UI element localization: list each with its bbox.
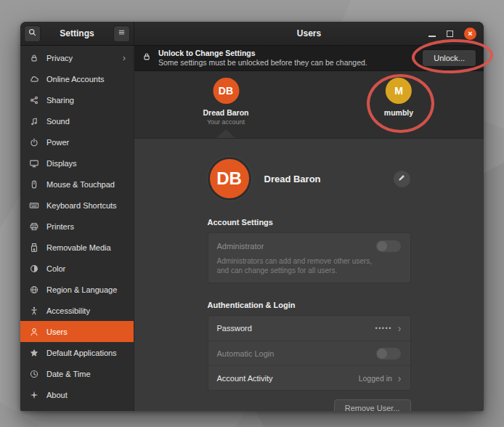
sidebar-item-color[interactable]: Color: [20, 258, 134, 279]
row-account-activity[interactable]: Account ActivityLogged in›: [208, 365, 410, 390]
row-label: Automatic Login: [217, 349, 275, 358]
row-password[interactable]: Password•••••›: [208, 316, 410, 341]
sidebar-item-label: About: [46, 391, 68, 399]
removable-media-icon: [28, 242, 39, 253]
sidebar-item-power[interactable]: Power: [20, 131, 134, 152]
sidebar-item-label: Keyboard Shortcuts: [46, 201, 117, 210]
music-note-icon: [28, 115, 39, 126]
star-icon: [28, 347, 39, 358]
sidebar-item-label: Sound: [46, 117, 70, 126]
account-settings-title: Account Settings: [208, 218, 411, 227]
settings-window: Settings Users ×: [20, 22, 484, 411]
administrator-toggle[interactable]: [375, 240, 402, 253]
sidebar-item-about[interactable]: About: [20, 384, 134, 405]
sidebar-item-label: Printers: [46, 222, 74, 231]
cloud-icon: [28, 73, 39, 84]
sidebar-item-label: Color: [46, 264, 65, 273]
selected-user-caret: [216, 129, 235, 138]
sidebar-item-keyboard-shortcuts[interactable]: Keyboard Shortcuts: [20, 195, 134, 216]
row-label: Account Activity: [217, 374, 273, 383]
carousel-user-mumbly[interactable]: Mmumbly: [384, 78, 413, 117]
minimize-button[interactable]: [428, 36, 436, 37]
user-name: mumbly: [384, 108, 413, 117]
color-icon: [28, 263, 39, 274]
password-dots: •••••: [375, 325, 392, 332]
printer-icon: [28, 221, 39, 232]
carousel-user-dread-baron[interactable]: DBDread BaronYour account: [203, 78, 248, 126]
sparkle-icon: [28, 389, 39, 400]
remove-user-button[interactable]: Remove User...: [334, 399, 411, 411]
row-value-group: Logged in›: [359, 373, 402, 383]
hamburger-icon: [117, 27, 126, 40]
user-avatar[interactable]: M: [386, 78, 412, 104]
administrator-row: Administrator: [217, 240, 402, 253]
profile-avatar[interactable]: DB: [208, 157, 251, 200]
menu-button[interactable]: [113, 25, 130, 42]
sidebar-item-mouse-touchpad[interactable]: Mouse & Touchpad: [20, 174, 134, 195]
administrator-card: Administrator Administrators can add and…: [208, 232, 411, 283]
sidebar-item-region-language[interactable]: Region & Language: [20, 279, 134, 300]
sidebar-item-default-applications[interactable]: Default Applications: [20, 342, 134, 363]
sidebar-item-printers[interactable]: Printers: [20, 216, 134, 237]
sidebar-item-online-accounts[interactable]: Online Accounts: [20, 68, 134, 89]
user-details: DB Dread Baron Account Settings A: [134, 139, 484, 411]
unlock-subtitle: Some settings must be unlocked before th…: [158, 58, 367, 68]
sidebar-item-removable-media[interactable]: Removable Media: [20, 237, 134, 258]
unlock-banner: Unlock to Change Settings Some settings …: [134, 46, 484, 71]
window-controls: ×: [428, 22, 476, 45]
search-button[interactable]: [24, 25, 41, 42]
sidebar-item-label: Accessibility: [46, 306, 90, 315]
sidebar-item-label: Displays: [46, 159, 77, 168]
sidebar-item-label: Online Accounts: [46, 75, 105, 84]
unlock-text: Unlock to Change Settings Some settings …: [158, 49, 367, 68]
row-automatic-login: Automatic Login: [208, 341, 410, 365]
sidebar: Privacy›Online AccountsSharingSoundPower…: [20, 46, 134, 411]
sidebar-item-accessibility[interactable]: Accessibility: [20, 300, 134, 321]
sidebar-item-displays[interactable]: Displays: [20, 152, 134, 174]
display-icon: [28, 158, 39, 168]
lock-icon: [28, 52, 39, 63]
settings-title: Settings: [41, 28, 113, 38]
share-icon: [28, 94, 39, 105]
users-icon: [28, 326, 39, 337]
user-carousel: DBDread BaronYour accountMmumbly: [134, 71, 484, 139]
maximize-button[interactable]: [447, 30, 453, 37]
unlock-button[interactable]: Unlock...: [422, 49, 476, 67]
sidebar-item-sharing[interactable]: Sharing: [20, 89, 134, 110]
sidebar-item-label: Removable Media: [46, 243, 111, 252]
row-value: Logged in: [359, 374, 392, 383]
sidebar-item-label: Region & Language: [46, 285, 117, 294]
toggle-knob: [377, 349, 387, 359]
profile-row: DB Dread Baron: [208, 157, 411, 200]
sidebar-item-sound[interactable]: Sound: [20, 110, 134, 131]
mouse-icon: [28, 179, 39, 190]
sidebar-item-label: Power: [46, 138, 69, 147]
user-avatar[interactable]: DB: [213, 78, 239, 104]
close-button[interactable]: ×: [464, 28, 476, 40]
sidebar-headerbar: Settings: [20, 22, 134, 45]
chevron-right-icon: ›: [398, 323, 402, 333]
sidebar-item-date-time[interactable]: Date & Time: [20, 363, 134, 384]
user-name: Dread Baron: [203, 108, 248, 117]
automatic-login-toggle[interactable]: [375, 347, 402, 360]
sidebar-item-label: Date & Time: [46, 370, 91, 378]
profile-name: Dread Baron: [264, 174, 321, 184]
sidebar-item-label: Users: [46, 328, 68, 336]
sidebar-item-users[interactable]: Users: [20, 321, 134, 342]
pencil-icon: [397, 172, 406, 185]
users-panel: Unlock to Change Settings Some settings …: [134, 46, 484, 411]
sidebar-item-label: Sharing: [46, 96, 74, 105]
accessibility-icon: [28, 305, 39, 316]
sidebar-item-privacy[interactable]: Privacy›: [20, 47, 134, 68]
clock-icon: [28, 368, 39, 379]
titlebar: Settings Users ×: [20, 22, 484, 46]
edit-name-button[interactable]: [393, 170, 411, 188]
row-value-group: •••••›: [375, 323, 402, 333]
globe-icon: [28, 284, 39, 295]
keyboard-icon: [28, 200, 39, 211]
chevron-right-icon: ›: [398, 373, 402, 383]
sidebar-item-label: Mouse & Touchpad: [46, 180, 115, 189]
remove-user-row: Remove User...: [208, 399, 411, 411]
sidebar-item-label: Default Applications: [46, 349, 117, 357]
power-icon: [28, 137, 39, 147]
